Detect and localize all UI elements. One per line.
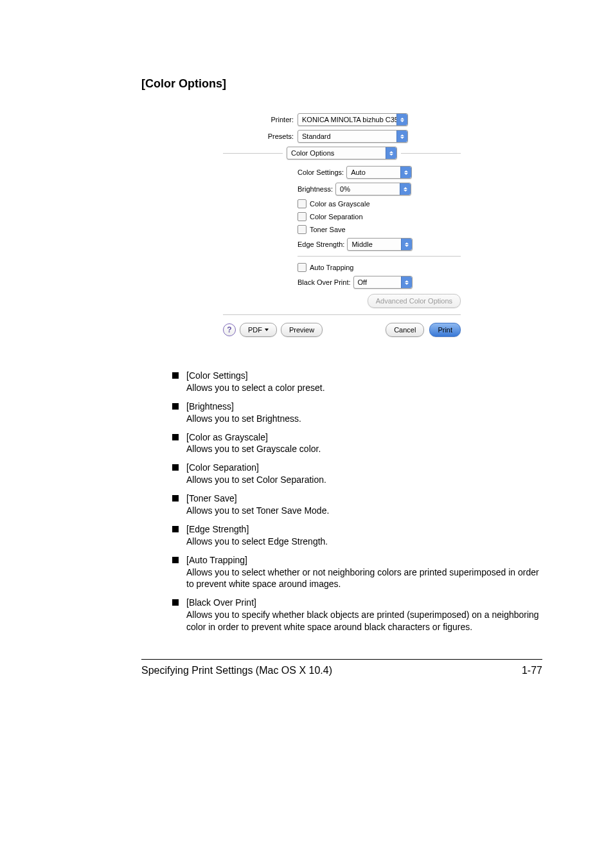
item-body: Allows you to select whether or not neig… (186, 567, 539, 590)
preview-button[interactable]: Preview (281, 323, 323, 337)
item-title: [Brightness] (186, 401, 234, 411)
list-item: [Brightness] Allows you to set Brightnes… (172, 401, 542, 425)
footer-title: Specifying Print Settings (Mac OS X 10.4… (141, 665, 332, 676)
updown-icon (396, 114, 407, 125)
print-button[interactable]: Print (429, 323, 461, 337)
edge-strength-select[interactable]: Middle (347, 238, 413, 251)
chevron-down-icon (265, 329, 269, 331)
brightness-label: Brightness: (298, 185, 333, 193)
tonersave-checkbox[interactable] (298, 225, 306, 234)
list-item: [Toner Save] Allows you to set Toner Sav… (172, 493, 542, 517)
divider (223, 153, 283, 154)
item-body: Allows you to set Color Separation. (186, 475, 326, 485)
pane-value: Color Options (287, 149, 386, 157)
list-item: [Color Separation] Allows you to set Col… (172, 462, 542, 486)
black-over-print-label: Black Over Print: (298, 278, 351, 286)
description-list: [Color Settings] Allows you to select a … (172, 370, 542, 633)
list-item: [Color Settings] Allows you to select a … (172, 370, 542, 394)
divider (401, 153, 461, 154)
edge-strength-label: Edge Strength: (298, 240, 344, 248)
color-settings-value: Auto (347, 168, 400, 176)
black-over-print-select[interactable]: Off (353, 276, 413, 289)
cancel-button[interactable]: Cancel (386, 323, 424, 337)
section-title: [Color Options] (141, 77, 542, 91)
presets-select[interactable]: Standard (298, 130, 408, 143)
print-dialog: Printer: KONICA MINOLTA bizhub C35... Pr… (213, 106, 470, 347)
item-title: [Color Settings] (186, 370, 248, 381)
item-body: Allows you to set Brightness. (186, 413, 301, 424)
brightness-value: 0% (336, 185, 400, 193)
item-body: Allows you to set Grayscale color. (186, 444, 321, 454)
printer-label: Printer: (223, 116, 298, 123)
edge-strength-value: Middle (348, 240, 401, 248)
item-title: [Edge Strength] (186, 524, 249, 534)
divider (223, 314, 461, 315)
grayscale-label: Color as Grayscale (310, 200, 370, 208)
pane-select[interactable]: Color Options (287, 147, 397, 159)
advanced-color-options-button[interactable]: Advanced Color Options (368, 294, 461, 308)
item-title: [Color Separation] (186, 462, 259, 473)
presets-value: Standard (298, 132, 396, 140)
updown-icon (401, 239, 412, 250)
updown-icon (401, 276, 412, 288)
list-item: [Black Over Print] Allows you to specify… (172, 597, 542, 633)
updown-icon (386, 147, 396, 159)
list-item: [Auto Trapping] Allows you to select whe… (172, 554, 542, 591)
help-icon[interactable]: ? (223, 323, 236, 336)
item-title: [Toner Save] (186, 493, 237, 503)
item-title: [Auto Trapping] (186, 555, 247, 565)
item-body: Allows you to select a color preset. (186, 383, 325, 393)
grayscale-checkbox[interactable] (298, 199, 306, 208)
divider (298, 256, 461, 257)
brightness-select[interactable]: 0% (335, 183, 411, 195)
item-body: Allows you to specify whether black obje… (186, 610, 539, 632)
printer-value: KONICA MINOLTA bizhub C35... (298, 116, 396, 123)
updown-icon (400, 183, 411, 195)
presets-label: Presets: (223, 132, 298, 140)
separation-label: Color Separation (310, 213, 363, 221)
printer-select[interactable]: KONICA MINOLTA bizhub C35... (298, 113, 408, 126)
autotrap-label: Auto Trapping (310, 264, 354, 271)
pdf-button[interactable]: PDF (240, 323, 277, 337)
pdf-button-label: PDF (248, 326, 262, 334)
separation-checkbox[interactable] (298, 212, 306, 221)
list-item: [Color as Grayscale] Allows you to set G… (172, 431, 542, 456)
updown-icon (400, 167, 411, 178)
item-title: [Black Over Print] (186, 597, 256, 608)
color-settings-select[interactable]: Auto (346, 166, 412, 179)
tonersave-label: Toner Save (310, 226, 346, 233)
color-settings-label: Color Settings: (298, 168, 344, 176)
item-title: [Color as Grayscale] (186, 432, 268, 442)
item-body: Allows you to set Toner Save Mode. (186, 505, 329, 516)
footer-divider (141, 659, 542, 660)
list-item: [Edge Strength] Allows you to select Edg… (172, 523, 542, 548)
page-number: 1-77 (522, 665, 542, 676)
autotrap-checkbox[interactable] (298, 263, 306, 272)
updown-icon (396, 131, 407, 142)
black-over-print-value: Off (354, 278, 401, 286)
item-body: Allows you to select Edge Strength. (186, 536, 328, 547)
